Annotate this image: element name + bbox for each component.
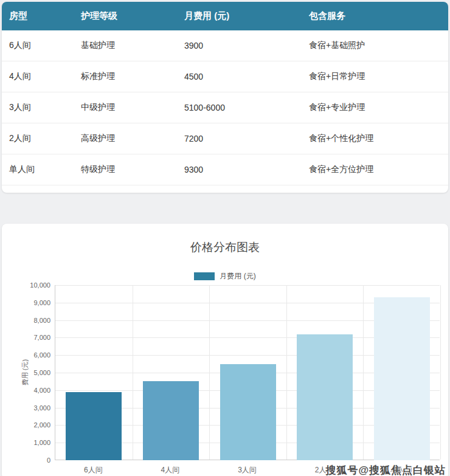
price-table-card: 房型 护理等级 月费用 (元) 包含服务 6人间基础护理3900食宿+基础照护4… xyxy=(2,2,448,193)
table-row: 6人间基础护理3900食宿+基础照护 xyxy=(2,30,448,61)
legend-label: 月费用 (元) xyxy=(220,271,255,281)
table-cell: 5100-6000 xyxy=(177,103,302,112)
table-row: 单人间特级护理9300食宿+全方位护理 xyxy=(2,154,448,185)
table-cell: 6人间 xyxy=(2,40,74,51)
y-tick-label: 6,000 xyxy=(2,351,50,359)
grid-line-vertical xyxy=(209,285,210,460)
legend-swatch-icon xyxy=(194,272,215,280)
table-row: 2人间高级护理7200食宿+个性化护理 xyxy=(2,123,448,154)
grid-line-horizontal xyxy=(55,285,440,286)
y-tick-label: 10,000 xyxy=(2,281,50,289)
table-cell: 食宿+专业护理 xyxy=(302,102,448,113)
table-body: 6人间基础护理3900食宿+基础照护4人间标准护理4500食宿+日常护理3人间中… xyxy=(2,30,448,185)
grid-line-vertical xyxy=(133,285,133,460)
table-cell: 标准护理 xyxy=(74,71,177,82)
column-header-monthly-fee: 月费用 (元) xyxy=(177,10,302,22)
grid-line-vertical xyxy=(286,285,287,460)
y-tick-label: 4,000 xyxy=(2,387,50,394)
table-cell: 4人间 xyxy=(2,71,74,82)
column-header-care-level: 护理等级 xyxy=(74,10,177,22)
y-tick-label: 7,000 xyxy=(2,334,50,341)
table-cell: 食宿+基础照护 xyxy=(302,40,448,51)
table-cell: 单人间 xyxy=(2,164,74,175)
y-tick-label: 2,000 xyxy=(2,421,50,429)
price-chart-card: 价格分布图表 月费用 (元) 费用 (元) 01,0002,0003,0004,… xyxy=(2,224,448,476)
bar-chart: 费用 (元) 01,0002,0003,0004,0005,0006,0007,… xyxy=(2,281,448,476)
y-tick-label: 1,000 xyxy=(2,439,50,446)
table-cell: 3900 xyxy=(177,41,302,50)
y-tick-label: 8,000 xyxy=(2,317,50,324)
x-tick-label: 3人间 xyxy=(217,465,278,475)
table-cell: 食宿+日常护理 xyxy=(302,71,448,82)
table-cell: 食宿+全方位护理 xyxy=(302,164,448,175)
y-tick-label: 5,000 xyxy=(2,369,50,376)
table-cell: 高级护理 xyxy=(74,133,177,144)
table-cell: 9300 xyxy=(177,165,302,174)
bar-单人间[interactable] xyxy=(374,297,430,460)
column-header-services: 包含服务 xyxy=(302,10,448,22)
table-header-row: 房型 护理等级 月费用 (元) 包含服务 xyxy=(2,2,448,30)
x-tick-label: 4人间 xyxy=(140,465,201,475)
table-cell: 特级护理 xyxy=(74,164,177,175)
y-tick-label: 9,000 xyxy=(2,299,50,306)
chart-legend[interactable]: 月费用 (元) xyxy=(2,271,448,281)
table-cell: 中级护理 xyxy=(74,102,177,113)
table-cell: 基础护理 xyxy=(74,40,177,51)
bar-4人间[interactable] xyxy=(143,381,199,460)
plot-area xyxy=(55,285,440,460)
table-cell: 食宿+个性化护理 xyxy=(302,133,448,144)
table-cell: 7200 xyxy=(177,134,302,143)
watermark: 搜狐号@搜狐焦点白银站 xyxy=(325,463,446,476)
table-row: 4人间标准护理4500食宿+日常护理 xyxy=(2,61,448,92)
table-cell: 2人间 xyxy=(2,133,74,144)
x-tick-label: 6人间 xyxy=(63,465,123,475)
grid-line-vertical xyxy=(440,285,441,460)
table-cell: 4500 xyxy=(177,72,302,81)
bar-2人间[interactable] xyxy=(297,334,353,460)
bar-3人间[interactable] xyxy=(220,364,276,460)
y-tick-label: 3,000 xyxy=(2,404,50,412)
grid-line-vertical xyxy=(363,285,364,460)
table-row: 3人间中级护理5100-6000食宿+专业护理 xyxy=(2,92,448,123)
table-cell: 3人间 xyxy=(2,102,74,113)
chart-title: 价格分布图表 xyxy=(2,240,448,255)
bar-6人间[interactable] xyxy=(66,392,122,460)
column-header-room-type: 房型 xyxy=(2,10,74,22)
y-tick-label: 0 xyxy=(2,457,50,464)
